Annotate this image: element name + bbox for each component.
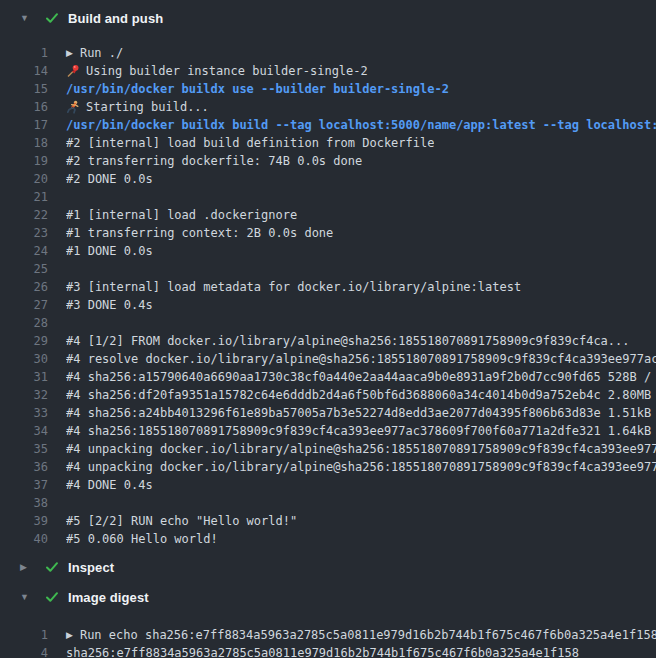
log-line: 25 ▶ [0,260,656,278]
line-number[interactable]: 38 [0,494,48,512]
log-line: 38 ▶ [0,494,656,512]
line-number[interactable]: 37 [0,476,48,494]
line-number[interactable]: 31 [0,368,48,386]
line-number[interactable]: 34 [0,422,48,440]
log-text: /usr/bin/docker buildx build --tag local… [66,116,656,134]
line-number[interactable]: 1 [0,626,48,644]
log-line: 19 ▶ #2 transferring dockerfile: 74B 0.0… [0,152,656,170]
log-text: #2 [internal] load build definition from… [66,134,434,152]
line-number[interactable]: 33 [0,404,48,422]
log-line: 31 ▶ #4 sha256:a15790640a6690aa1730c38cf… [0,368,656,386]
line-number[interactable]: 21 [0,188,48,206]
log-line: 40 ▶ #5 0.060 Hello world! [0,530,656,548]
line-number[interactable]: 24 [0,242,48,260]
log-line: 14 ▶ Using builder instance builder-sing… [0,62,656,80]
chevron-right-icon[interactable]: ▶ [66,44,73,62]
step-title: Inspect [68,560,114,575]
log-text: /usr/bin/docker buildx use --builder bui… [66,80,449,98]
log-line: 36 ▶ #4 unpacking docker.io/library/alpi… [0,458,656,476]
chevron-icon: ▼ [20,593,34,602]
log-text: #4 unpacking docker.io/library/alpine@sh… [66,458,656,476]
step-section-image-digest: ▼ Image digest 1 ▶ Run echo s [0,584,656,658]
line-number[interactable]: 18 [0,134,48,152]
log-line: 17 ▶ /usr/bin/docker buildx build --tag … [0,116,656,134]
step-log-lines: 1 ▶ Run ./ 14 [0,36,656,548]
line-number[interactable]: 14 [0,62,48,80]
log-line: 16 ▶ Starting build... [0,98,656,116]
check-success-icon [44,10,60,26]
log-line: 22 ▶ #1 [internal] load .dockerignore [0,206,656,224]
log-line: 15 ▶ /usr/bin/docker buildx use --builde… [0,80,656,98]
log-text: #5 [2/2] RUN echo "Hello world!" [66,512,297,530]
line-number[interactable]: 40 [0,530,48,548]
line-number[interactable]: 22 [0,206,48,224]
log-line: 32 ▶ #4 sha256:df20fa9351a15782c64e6dddb… [0,386,656,404]
log-line: 24 ▶ #1 DONE 0.0s [0,242,656,260]
log-text: #4 [1/2] FROM docker.io/library/alpine@s… [66,332,630,350]
chevron-icon: ▶ [20,563,34,572]
pushpin-icon [66,64,80,78]
line-number[interactable]: 19 [0,152,48,170]
line-number[interactable]: 26 [0,278,48,296]
line-number[interactable]: 35 [0,440,48,458]
line-number[interactable]: 15 [0,80,48,98]
line-number[interactable]: 39 [0,512,48,530]
log-text: #4 resolve docker.io/library/alpine@sha2… [66,350,656,368]
line-number[interactable]: 1 [0,44,48,62]
line-number[interactable]: 27 [0,296,48,314]
log-text: #4 sha256:a24bb4013296f61e89ba57005a7b3e… [66,404,656,422]
log-text: #2 transferring dockerfile: 74B 0.0s don… [66,152,362,170]
chevron-icon: ▼ [20,14,34,23]
chevron-right-icon[interactable]: ▶ [66,626,73,644]
log-text: #5 0.060 Hello world! [66,530,218,548]
runner-icon [66,100,80,114]
log-line: 1 ▶ Run ./ [0,44,656,62]
line-number[interactable]: 25 [0,260,48,278]
line-number[interactable]: 30 [0,350,48,368]
step-header-image-digest[interactable]: ▼ Image digest [0,584,656,610]
log-line: 20 ▶ #2 DONE 0.0s [0,170,656,188]
line-number[interactable]: 4 [0,644,48,658]
log-line: 33 ▶ #4 sha256:a24bb4013296f61e89ba57005… [0,404,656,422]
log-text: Starting build... [86,98,209,116]
step-title: Image digest [68,590,149,605]
log-text: #4 sha256:a15790640a6690aa1730c38cf0a440… [66,368,656,386]
line-number[interactable]: 17 [0,116,48,134]
log-text: Using builder instance builder-single-2 [86,62,368,80]
log-text: sha256:e7ff8834a5963a2785c5a0811e979d16b… [66,644,579,658]
log-text: #4 sha256:185518070891758909c9f839cf4ca3… [66,422,656,440]
log-line: 34 ▶ #4 sha256:185518070891758909c9f839c… [0,422,656,440]
line-number[interactable]: 16 [0,98,48,116]
log-line: 39 ▶ #5 [2/2] RUN echo "Hello world!" [0,512,656,530]
check-success-icon [44,589,60,605]
workflow-log-viewer: ▼ Build and push 1 ▶ Run ./ [0,0,656,658]
line-number[interactable]: 36 [0,458,48,476]
log-text: #1 DONE 0.0s [66,242,153,260]
log-line: 23 ▶ #1 transferring context: 2B 0.0s do… [0,224,656,242]
check-success-icon [44,559,60,575]
step-section-build-and-push: ▼ Build and push 1 ▶ Run ./ [0,0,656,548]
log-line: 35 ▶ #4 unpacking docker.io/library/alpi… [0,440,656,458]
log-line: 28 ▶ [0,314,656,332]
log-text: #1 transferring context: 2B 0.0s done [66,224,333,242]
log-line: 37 ▶ #4 DONE 0.4s [0,476,656,494]
step-section-inspect: ▶ Inspect [0,554,656,580]
step-title: Build and push [68,11,163,26]
log-line: 27 ▶ #3 DONE 0.4s [0,296,656,314]
line-number[interactable]: 28 [0,314,48,332]
log-line: 4 ▶ sha256:e7ff8834a5963a2785c5a0811e979… [0,644,656,658]
log-text: #4 DONE 0.4s [66,476,153,494]
log-line: 29 ▶ #4 [1/2] FROM docker.io/library/alp… [0,332,656,350]
log-text: Run ./ [80,44,123,62]
line-number[interactable]: 32 [0,386,48,404]
log-text: #2 DONE 0.0s [66,170,153,188]
line-number[interactable]: 29 [0,332,48,350]
log-text: #4 unpacking docker.io/library/alpine@sh… [66,440,656,458]
step-header-inspect[interactable]: ▶ Inspect [0,554,656,580]
log-text: Run echo sha256:e7ff8834a5963a2785c5a081… [80,626,656,644]
line-number[interactable]: 20 [0,170,48,188]
log-line: 30 ▶ #4 resolve docker.io/library/alpine… [0,350,656,368]
line-number[interactable]: 23 [0,224,48,242]
step-header-build-and-push[interactable]: ▼ Build and push [0,0,656,36]
log-line: 26 ▶ #3 [internal] load metadata for doc… [0,278,656,296]
